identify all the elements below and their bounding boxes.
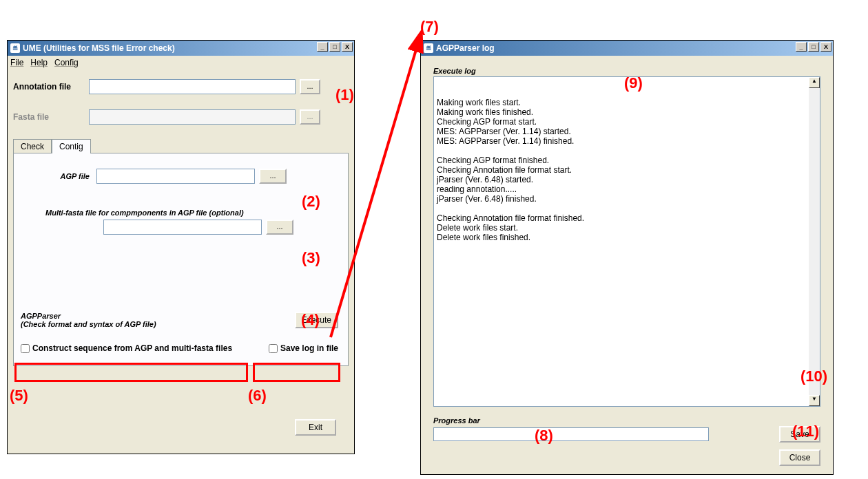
annotation-input[interactable] [89,79,296,94]
minimize-button[interactable]: _ [796,42,807,52]
menu-config[interactable]: Config [54,58,79,67]
callout-6-box [253,363,340,382]
log-titlebar[interactable]: ≝ AGPParser log _ □ X [421,41,833,56]
log-content: Making work files start. Making work fil… [437,98,817,242]
multifasta-label: Multi-fasta file for compmponents in AGP… [45,209,341,217]
agp-browse-button[interactable]: ... [259,169,287,184]
annotation-browse-button[interactable]: ... [300,79,320,94]
agp-input[interactable] [96,169,255,184]
fasta-label: Fasta file [13,112,89,122]
close-button[interactable]: Close [779,449,820,466]
annotation-label: Annotation file [13,82,89,92]
agpparser-sub: (Check format and syntax of AGP file) [21,320,156,328]
window-title: UME (Utilities for MSS file Error check) [23,43,175,53]
ume-window: ≝ UME (Utilities for MSS file Error chec… [7,40,355,454]
savelog-checkbox[interactable] [269,344,278,353]
construct-checkbox[interactable] [21,344,30,353]
construct-label: Construct sequence from AGP and multi-fa… [32,343,232,353]
callout-5: (5) [10,387,28,405]
scrollbar-track[interactable] [809,88,820,395]
scroll-up-icon[interactable]: ▲ [809,77,820,88]
tab-check[interactable]: Check [13,139,52,153]
scrollbar[interactable]: ▲ ▼ [809,77,820,406]
svg-line-0 [331,36,420,337]
callout-3: (3) [302,249,320,267]
menu-help[interactable]: Help [30,58,48,67]
multifasta-input[interactable] [103,220,262,235]
savelog-label: Save log in file [280,343,338,353]
exit-button[interactable]: Exit [295,419,336,436]
callout-9: (9) [624,74,643,92]
callout-6: (6) [248,387,267,405]
contig-panel: AGP file ... Multi-fasta file for compmp… [13,153,349,366]
callout-7-arrow [324,29,434,343]
log-window-title: AGPParser log [436,43,495,53]
agpparser-title: AGPParser [21,312,156,320]
progress-bar [433,427,709,441]
ume-titlebar[interactable]: ≝ UME (Utilities for MSS file Error chec… [8,41,354,56]
tab-strip: Check Contig [13,138,349,153]
menu-bar: File Help Config [8,56,354,70]
callout-10: (10) [800,368,827,385]
callout-8: (8) [535,427,553,445]
callout-11: (11) [792,423,819,440]
multifasta-browse-button[interactable]: ... [266,220,293,235]
callout-2: (2) [302,193,320,211]
log-textarea[interactable]: Making work files start. Making work fil… [433,76,820,407]
callout-4: (4) [301,311,320,329]
fasta-browse-button: ... [300,109,320,125]
menu-file[interactable]: File [10,58,23,67]
maximize-button[interactable]: □ [808,42,819,52]
tab-contig[interactable]: Contig [52,139,91,153]
scroll-down-icon[interactable]: ▼ [809,395,820,406]
log-window: ≝ AGPParser log _ □ X Execute log Making… [420,40,834,475]
java-icon: ≝ [10,43,20,53]
fasta-input [89,109,296,125]
callout-5-box [14,363,248,382]
agp-label: AGP file [21,172,96,180]
construct-checkbox-row: Construct sequence from AGP and multi-fa… [21,343,232,353]
close-window-button[interactable]: X [820,42,831,52]
savelog-checkbox-row: Save log in file [269,343,338,353]
progress-label: Progress bar [433,416,820,425]
